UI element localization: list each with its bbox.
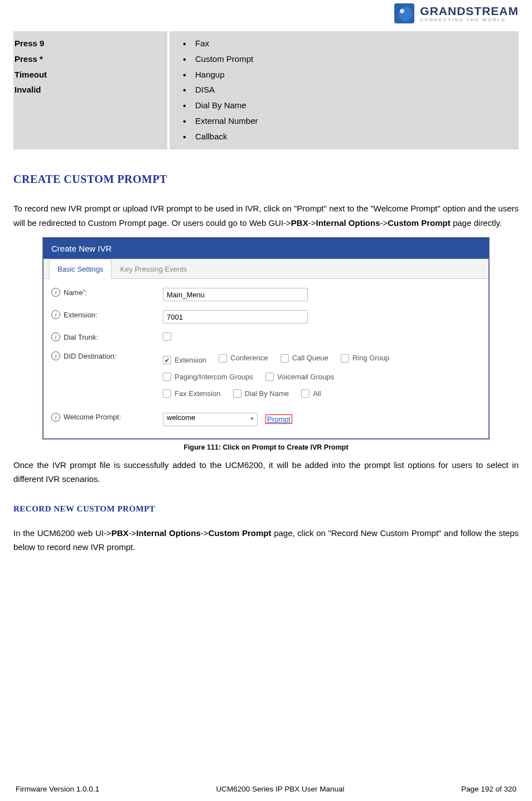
paragraph-create-intro: To record new IVR prompt or upload IVR p… (13, 201, 519, 230)
row-extension: i Extension: (51, 306, 481, 328)
breadcrumb-custom-prompt: Custom Prompt (388, 218, 451, 228)
action-disa: DISA (183, 82, 515, 98)
ivr-key-actions-table: Press 9 Press * Timeout Invalid Fax Cust… (13, 31, 519, 149)
breadcrumb-pbx-2: PBX (112, 528, 129, 538)
footer-firmware-version: Firmware Version 1.0.0.1 (16, 785, 99, 793)
footer-manual-title: UCM6200 Series IP PBX User Manual (216, 785, 344, 793)
checkbox-did-fax-extension[interactable]: Fax Extension (163, 387, 220, 400)
tab-key-pressing-events[interactable]: Key Pressing Events (112, 259, 195, 278)
key-timeout: Timeout (14, 67, 164, 83)
header-logo: GRANDSTREAM CONNECTING THE WORLD (13, 0, 519, 31)
checkbox-did-ring-group[interactable]: Ring Group (341, 351, 389, 365)
breadcrumb-internal-options-2: Internal Options (136, 528, 200, 538)
row-dial-trunk: i Dial Trunk: (51, 328, 481, 347)
brand-tagline: CONNECTING THE WORLD (420, 18, 519, 22)
row-did-destination: i DID Destination: Extension Conference … (51, 347, 481, 408)
key-press-9: Press 9 (14, 36, 164, 51)
dialog-title: Create New IVR (43, 238, 489, 259)
info-icon[interactable]: i (51, 413, 60, 422)
checkbox-dial-trunk[interactable] (163, 332, 175, 341)
key-press-star: Press * (14, 51, 164, 67)
paragraph-after-figure: Once the IVR prompt file is successfully… (13, 458, 519, 486)
breadcrumb-custom-prompt-2: Custom Prompt (209, 528, 272, 538)
page-footer: Firmware Version 1.0.0.1 UCM6200 Series … (13, 785, 519, 793)
figure-caption: Figure 111: Click on Prompt to Create IV… (13, 443, 519, 451)
label-dial-trunk: Dial Trunk: (64, 333, 98, 341)
row-name: i Name*: (51, 283, 481, 306)
checkbox-did-all[interactable]: All (301, 387, 321, 400)
breadcrumb-pbx: PBX (291, 218, 308, 228)
brand-name: GRANDSTREAM (420, 5, 519, 17)
label-extension: Extension: (64, 311, 98, 319)
heading-create-custom-prompt: CREATE CUSTOM PROMPT (13, 173, 519, 186)
select-welcome-prompt[interactable]: welcome (163, 413, 258, 426)
action-external-number: External Number (183, 113, 515, 129)
info-icon[interactable]: i (51, 310, 60, 319)
row-welcome-prompt: i Welcome Prompt: welcome Prompt (51, 408, 481, 431)
action-custom-prompt: Custom Prompt (183, 51, 515, 67)
action-hangup: Hangup (183, 67, 515, 83)
checkbox-did-extension[interactable]: Extension (163, 354, 206, 367)
checkbox-did-paging-intercom[interactable]: Paging/Intercom Groups (163, 370, 253, 384)
link-prompt[interactable]: Prompt (265, 414, 292, 424)
label-welcome-prompt: Welcome Prompt: (64, 413, 121, 421)
dialog-tabs: Basic Settings Key Pressing Events (43, 259, 489, 279)
checkbox-did-conference[interactable]: Conference (219, 351, 268, 365)
action-fax: Fax (183, 36, 515, 51)
brand-globe-icon (394, 3, 414, 23)
tab-basic-settings[interactable]: Basic Settings (49, 259, 112, 279)
info-icon[interactable]: i (51, 288, 60, 297)
breadcrumb-internal-options: Internal Options (316, 218, 380, 228)
info-icon[interactable]: i (51, 351, 60, 360)
footer-page-number: Page 192 of 320 (461, 785, 516, 793)
label-name: Name (64, 288, 83, 297)
info-icon[interactable]: i (51, 332, 60, 341)
paragraph-record-intro: In the UCM6200 web UI->PBX->Internal Opt… (13, 526, 519, 554)
checkbox-did-voicemail-groups[interactable]: Voicemail Groups (265, 370, 334, 384)
key-invalid: Invalid (14, 82, 164, 98)
heading-record-custom-prompt: RECORD NEW CUSTOM PROMPT (13, 504, 519, 514)
input-name[interactable] (163, 288, 308, 301)
checkbox-did-dial-by-name[interactable]: Dial By Name (233, 387, 289, 400)
action-callback: Callback (183, 129, 515, 144)
action-dial-by-name: Dial By Name (183, 98, 515, 113)
label-did-destination: DID Destination: (64, 352, 117, 360)
checkbox-did-call-queue[interactable]: Call Queue (280, 351, 328, 365)
input-extension[interactable] (163, 310, 308, 324)
figure-create-ivr: Create New IVR Basic Settings Key Pressi… (13, 238, 519, 451)
